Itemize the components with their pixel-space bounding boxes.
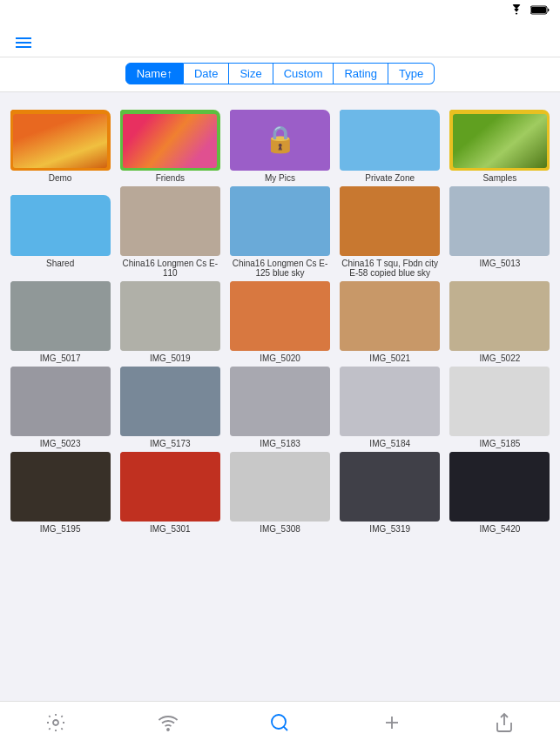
- grid-item-label: Samples: [482, 173, 516, 183]
- grid-item[interactable]: Demo: [7, 101, 113, 183]
- grid-item-label: IMG_5301: [150, 524, 191, 534]
- folder-lock-icon: 🔒: [264, 124, 296, 154]
- filter-tab-date[interactable]: Date: [184, 63, 229, 84]
- grid-item-label: IMG_5195: [40, 524, 81, 534]
- grid-item-label: IMG_5173: [150, 439, 191, 448]
- nav-bar: [0, 19, 560, 57]
- wifi-status-icon: [509, 4, 523, 15]
- grid-item[interactable]: China16 Longmen Cs E-125 blue sky: [226, 186, 333, 278]
- grid-item-label: IMG_5420: [480, 524, 521, 534]
- menu-button[interactable]: [14, 36, 33, 50]
- grid-item[interactable]: China16 T squ, Fbdn city E-58 copied blu…: [337, 186, 443, 278]
- photo-overlay: [449, 186, 550, 256]
- svg-point-4: [272, 715, 286, 729]
- photo-thumb: [449, 367, 550, 436]
- photo-grid: DemoFriends🔒My PicsPrivate ZoneSamplesSh…: [0, 92, 560, 695]
- photo-overlay: [340, 281, 440, 351]
- grid-item[interactable]: 🔒My Pics: [226, 101, 333, 183]
- photo-thumb: [10, 281, 111, 351]
- grid-item[interactable]: IMG_5022: [447, 281, 553, 363]
- grid-item[interactable]: IMG_5020: [226, 281, 333, 363]
- tab-share[interactable]: [480, 709, 529, 737]
- grid-item-label: IMG_5184: [369, 439, 410, 448]
- photo-overlay: [10, 452, 111, 522]
- filter-bar: Name↑DateSizeCustomRatingType: [0, 57, 560, 92]
- filter-tab-type[interactable]: Type: [388, 63, 435, 84]
- photo-overlay: [230, 367, 330, 436]
- grid-item[interactable]: China16 Longmen Cs E-110: [117, 186, 223, 278]
- photo-overlay: [340, 186, 440, 256]
- grid-item-label: My Pics: [265, 173, 295, 183]
- filter-tab-name[interactable]: Name↑: [125, 63, 184, 84]
- filter-tab-rating[interactable]: Rating: [334, 63, 388, 84]
- grid-item-label: IMG_5013: [480, 259, 521, 268]
- tab-add[interactable]: [368, 709, 416, 737]
- grid-item[interactable]: IMG_5013: [447, 186, 553, 278]
- grid-row-0: DemoFriends🔒My PicsPrivate ZoneSamples: [7, 101, 553, 183]
- grid-item-label: IMG_5319: [369, 524, 410, 534]
- grid-item[interactable]: IMG_5420: [447, 452, 553, 534]
- grid-item-label: IMG_5308: [260, 524, 300, 534]
- photo-overlay: [120, 452, 220, 522]
- folder-thumb: 🔒: [230, 101, 330, 171]
- grid-item[interactable]: IMG_5173: [117, 367, 223, 448]
- photo-overlay: [449, 281, 550, 351]
- photo-thumb: [449, 452, 550, 522]
- photo-overlay: [120, 281, 220, 351]
- photo-thumb: [230, 186, 330, 256]
- grid-item-label: IMG_5021: [369, 353, 410, 363]
- tab-search[interactable]: [255, 709, 304, 737]
- nav-right: [494, 30, 546, 46]
- svg-point-3: [167, 729, 169, 730]
- grid-item[interactable]: IMG_5308: [226, 452, 333, 534]
- photo-overlay: [230, 281, 330, 351]
- grid-item[interactable]: Friends: [117, 101, 223, 183]
- photo-thumb: [449, 186, 550, 256]
- photo-thumb: [10, 452, 111, 522]
- photo-thumb: [230, 281, 330, 351]
- grid-item[interactable]: IMG_5185: [447, 367, 553, 448]
- grid-item-label: IMG_5183: [260, 439, 300, 448]
- grid-item-label: China16 T squ, Fbdn city E-58 copied blu…: [340, 259, 440, 278]
- folder-body: [10, 195, 111, 256]
- add-icon: [381, 712, 402, 733]
- photo-overlay: [120, 367, 220, 436]
- folder-body: [340, 110, 440, 171]
- grid-item[interactable]: IMG_5019: [117, 281, 223, 363]
- photo-thumb: [340, 367, 440, 436]
- filter-tab-size[interactable]: Size: [229, 63, 273, 84]
- grid-item[interactable]: IMG_5184: [337, 367, 443, 448]
- grid-item-label: IMG_5022: [480, 353, 521, 363]
- grid-item[interactable]: IMG_5319: [337, 452, 443, 534]
- photo-overlay: [340, 452, 440, 522]
- grid-row-3: IMG_5023IMG_5173IMG_5183IMG_5184IMG_5185: [7, 367, 553, 448]
- photo-overlay: [449, 452, 550, 522]
- tab-settings[interactable]: [31, 709, 80, 737]
- photo-thumb: [230, 367, 330, 436]
- grid-item[interactable]: IMG_5023: [7, 367, 113, 448]
- grid-item[interactable]: IMG_5195: [7, 452, 113, 534]
- folder-image: [13, 114, 107, 168]
- photo-thumb: [120, 281, 220, 351]
- wifi-tab-icon: [158, 712, 179, 733]
- status-bar: [0, 0, 560, 19]
- grid-row-1: SharedChina16 Longmen Cs E-110China16 Lo…: [7, 186, 553, 278]
- grid-item-label: IMG_5185: [480, 439, 521, 448]
- filter-tab-custom[interactable]: Custom: [273, 63, 334, 84]
- grid-item[interactable]: IMG_5301: [117, 452, 223, 534]
- grid-item[interactable]: Private Zone: [337, 101, 443, 183]
- search-icon: [269, 712, 290, 733]
- grid-item[interactable]: IMG_5017: [7, 281, 113, 363]
- grid-item[interactable]: IMG_5021: [337, 281, 443, 363]
- grid-item-label: IMG_5019: [150, 353, 191, 363]
- svg-point-2: [53, 720, 58, 725]
- grid-item[interactable]: IMG_5183: [226, 367, 333, 448]
- photo-thumb: [340, 281, 440, 351]
- grid-item-label: Friends: [156, 173, 185, 183]
- tab-wifi[interactable]: [144, 709, 192, 737]
- grid-item-label: Private Zone: [365, 173, 415, 183]
- grid-item[interactable]: Shared: [7, 186, 113, 278]
- grid-item[interactable]: Samples: [447, 101, 553, 183]
- nav-left: [14, 27, 66, 50]
- folder-thumb: [449, 101, 550, 171]
